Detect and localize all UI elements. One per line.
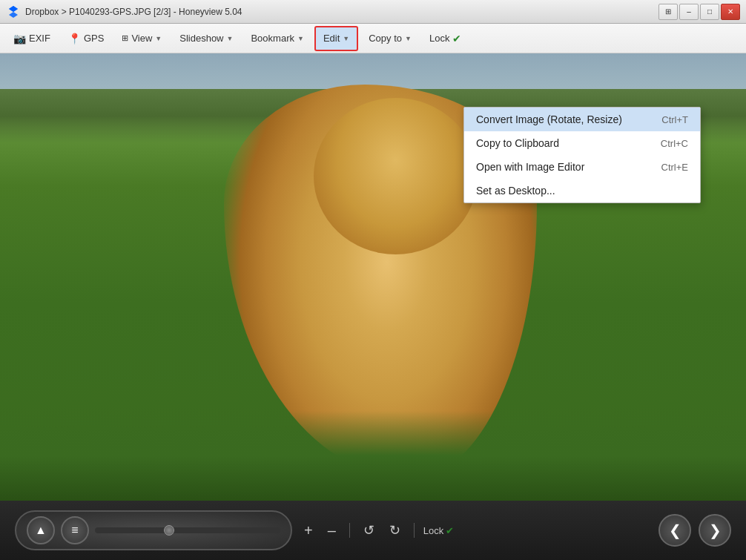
prev-icon: ❮ — [669, 521, 681, 539]
edit-label: Edit — [323, 33, 340, 44]
slideshow-button[interactable]: Slideshow ▼ — [172, 27, 240, 50]
open-editor-shortcut: Ctrl+E — [661, 162, 688, 173]
copyto-button[interactable]: Copy to ▼ — [361, 27, 419, 50]
minus-icon: – — [328, 522, 336, 539]
bottom-tools: + – ↺ ↻ Lock ✔ — [300, 519, 454, 541]
camera-icon: 📷 — [13, 33, 26, 45]
exif-label: EXIF — [29, 33, 50, 44]
image-area: ▲ ≡ + – ↺ ↻ Loc — [0, 53, 746, 560]
gps-button[interactable]: 📍 GPS — [61, 27, 111, 50]
view-label: View — [131, 33, 152, 44]
plus-icon: + — [304, 522, 313, 539]
svg-marker-1 — [9, 6, 18, 12]
menu-button[interactable]: ≡ — [61, 516, 89, 544]
zoom-out-button[interactable]: – — [323, 519, 340, 541]
close-button[interactable]: ✕ — [721, 4, 740, 20]
menu-item-open-editor[interactable]: Open with Image Editor Ctrl+E — [464, 155, 700, 179]
open-editor-label: Open with Image Editor — [476, 161, 647, 173]
slider-thumb — [164, 525, 174, 536]
next-icon: ❯ — [709, 521, 722, 539]
prev-nav-button[interactable]: ❮ — [658, 514, 691, 547]
lock-button[interactable]: Lock ✔ — [422, 27, 469, 50]
toolbar: 📷 EXIF 📍 GPS ⊞ View ▼ Slideshow ▼ Bookma… — [0, 24, 746, 53]
undo-icon: ↺ — [363, 522, 374, 538]
convert-image-label: Convert Image (Rotate, Resize) — [476, 113, 647, 125]
view-icon: ⊞ — [122, 33, 128, 43]
menu-item-convert[interactable]: Convert Image (Rotate, Resize) Ctrl+T — [464, 108, 700, 131]
title-bar-left: Dropbox > P1040293-GPS.JPG [2/3] - Honey… — [6, 4, 242, 19]
pin-icon: 📍 — [68, 33, 81, 45]
view-dropdown-arrow: ▼ — [155, 35, 162, 42]
eject-icon: ▲ — [35, 524, 47, 537]
next-nav-button[interactable]: ❯ — [699, 514, 731, 547]
window-title: Dropbox > P1040293-GPS.JPG [2/3] - Honey… — [25, 7, 242, 17]
undo-button[interactable]: ↺ — [359, 519, 379, 541]
set-desktop-label: Set as Desktop... — [476, 185, 673, 197]
bookmark-dropdown-arrow: ▼ — [297, 35, 304, 42]
tool-separator-2 — [414, 523, 415, 538]
slideshow-label: Slideshow — [179, 33, 223, 44]
view-button[interactable]: ⊞ View ▼ — [114, 27, 169, 50]
title-bar: Dropbox > P1040293-GPS.JPG [2/3] - Honey… — [0, 0, 746, 24]
window-controls: ⊞ – □ ✕ — [658, 4, 740, 20]
exif-button[interactable]: 📷 EXIF — [6, 27, 58, 50]
edit-dropdown-menu: Convert Image (Rotate, Resize) Ctrl+T Co… — [463, 107, 701, 203]
lock-status: Lock ✔ — [423, 525, 454, 536]
menu-item-set-desktop[interactable]: Set as Desktop... — [464, 179, 700, 202]
slideshow-dropdown-arrow: ▼ — [227, 35, 234, 42]
gps-label: GPS — [84, 33, 104, 44]
copy-clipboard-shortcut: Ctrl+C — [661, 138, 688, 149]
copyto-label: Copy to — [369, 33, 402, 44]
bookmark-label: Bookmark — [251, 33, 294, 44]
lock-label: Lock — [429, 33, 449, 44]
left-control-pill: ▲ ≡ — [15, 510, 292, 550]
maximize-button[interactable]: □ — [700, 4, 719, 20]
tool-separator-1 — [349, 523, 350, 538]
bottom-lock-check-icon: ✔ — [446, 525, 454, 536]
grass-foreground — [0, 411, 746, 501]
menu-item-copy-clipboard[interactable]: Copy to Clipboard Ctrl+C — [464, 131, 700, 155]
zoom-in-button[interactable]: + — [300, 519, 317, 541]
eject-button[interactable]: ▲ — [27, 516, 55, 544]
bottom-lock-label: Lock — [423, 525, 443, 536]
edit-dropdown-arrow: ▼ — [343, 35, 349, 42]
bookmark-button[interactable]: Bookmark ▼ — [243, 27, 311, 50]
monitor-button[interactable]: ⊞ — [658, 4, 678, 20]
edit-button-wrapper: Edit ▼ — [314, 26, 358, 51]
menu-icon: ≡ — [71, 524, 78, 537]
edit-button[interactable]: Edit ▼ — [316, 27, 357, 50]
lock-check-icon: ✔ — [452, 33, 461, 45]
app-icon — [6, 4, 21, 19]
copy-clipboard-label: Copy to Clipboard — [476, 137, 646, 149]
dog-head — [314, 98, 478, 254]
redo-icon: ↻ — [389, 522, 400, 538]
zoom-slider[interactable] — [95, 527, 280, 533]
copyto-dropdown-arrow: ▼ — [405, 35, 412, 42]
convert-image-shortcut: Ctrl+T — [661, 114, 688, 125]
bottom-controls-bar: ▲ ≡ + – ↺ ↻ Loc — [0, 501, 746, 560]
redo-button[interactable]: ↻ — [385, 519, 405, 541]
minimize-button[interactable]: – — [679, 4, 699, 20]
